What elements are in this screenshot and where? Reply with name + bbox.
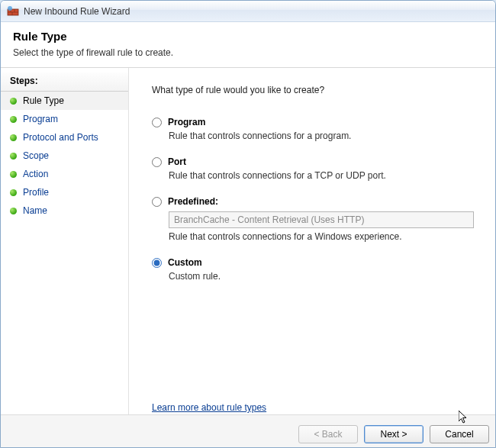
back-button: < Back [298, 425, 358, 443]
option-label: Port [168, 156, 186, 167]
bullet-icon [10, 189, 17, 196]
wizard-header: Rule Type Select the type of firewall ru… [1, 22, 495, 68]
step-label: Action [23, 169, 48, 179]
steps-heading: Steps: [1, 73, 128, 92]
option-label: Program [168, 117, 205, 127]
content-pane: What type of rule would you like to crea… [129, 68, 495, 414]
radio-port[interactable] [152, 157, 162, 167]
predefined-combobox[interactable]: BranchCache - Content Retrieval (Uses HT… [169, 211, 474, 228]
option-desc: Rule that controls connections for a pro… [169, 131, 474, 141]
radio-predefined[interactable] [152, 197, 162, 207]
window-title: New Inbound Rule Wizard [24, 6, 130, 17]
button-bar: < Back Next > Cancel [1, 414, 495, 448]
steps-sidebar: Steps: Rule Type Program Protocol and Po… [1, 68, 129, 414]
next-button[interactable]: Next > [364, 425, 424, 443]
step-name[interactable]: Name [1, 201, 128, 220]
wizard-window: New Inbound Rule Wizard Rule Type Select… [0, 0, 496, 448]
step-rule-type[interactable]: Rule Type [1, 92, 128, 110]
option-desc: Rule that controls connections for a Win… [169, 231, 474, 242]
bullet-icon [10, 171, 17, 178]
cancel-button[interactable]: Cancel [430, 425, 489, 443]
option-port: Port Rule that controls connections for … [152, 156, 474, 181]
step-action[interactable]: Action [1, 165, 128, 183]
option-desc: Rule that controls connections for a TCP… [169, 170, 474, 181]
option-predefined: Predefined: BranchCache - Content Retrie… [152, 196, 474, 242]
firewall-icon [7, 5, 19, 18]
page-subtitle: Select the type of firewall rule to crea… [13, 47, 483, 58]
option-label: Predefined: [168, 196, 218, 207]
radio-custom[interactable] [152, 258, 162, 268]
step-label: Name [23, 205, 47, 216]
option-desc: Custom rule. [169, 271, 474, 282]
step-label: Profile [23, 187, 49, 198]
combobox-value: BranchCache - Content Retrieval (Uses HT… [174, 214, 364, 225]
bullet-icon [10, 134, 17, 141]
bullet-icon [10, 208, 17, 214]
step-protocol-ports[interactable]: Protocol and Ports [1, 128, 128, 147]
question-text: What type of rule would you like to crea… [152, 85, 474, 95]
bullet-icon [10, 153, 17, 160]
svg-point-6 [8, 6, 12, 11]
step-profile[interactable]: Profile [1, 183, 128, 201]
page-heading: Rule Type [13, 30, 483, 43]
titlebar[interactable]: New Inbound Rule Wizard [1, 1, 495, 22]
step-scope[interactable]: Scope [1, 147, 128, 165]
step-program[interactable]: Program [1, 110, 128, 128]
learn-more-link[interactable]: Learn more about rule types [152, 402, 266, 413]
step-label: Protocol and Ports [23, 132, 98, 143]
step-label: Rule Type [23, 95, 64, 106]
main-area: Steps: Rule Type Program Protocol and Po… [1, 68, 495, 414]
option-custom: Custom Custom rule. [152, 257, 474, 282]
option-label: Custom [168, 257, 202, 268]
bullet-icon [10, 98, 17, 105]
step-label: Scope [23, 150, 49, 161]
step-label: Program [23, 114, 58, 124]
radio-program[interactable] [152, 118, 162, 127]
bullet-icon [10, 116, 17, 123]
option-program: Program Rule that controls connections f… [152, 117, 474, 141]
